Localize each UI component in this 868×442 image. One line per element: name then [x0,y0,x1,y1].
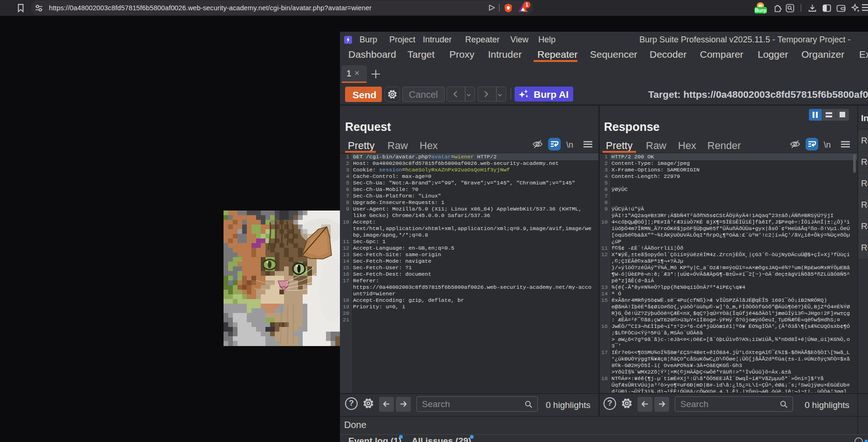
svg-text:Burp: Burp [755,7,766,13]
